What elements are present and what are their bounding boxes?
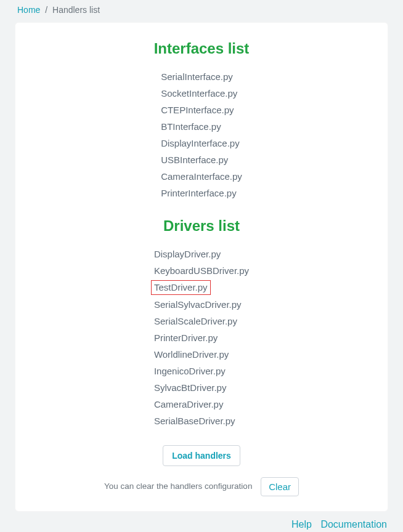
driver-file: SerialScaleDriver.py bbox=[154, 313, 249, 329]
breadcrumb-separator: / bbox=[45, 5, 47, 15]
interfaces-heading: Interfaces list bbox=[28, 40, 375, 57]
driver-file-highlighted: TestDriver.py bbox=[151, 280, 211, 295]
load-handlers-button[interactable]: Load handlers bbox=[163, 445, 240, 466]
driver-file: SerialBaseDriver.py bbox=[154, 413, 249, 429]
actions-row: Load handlers bbox=[28, 445, 375, 466]
interfaces-list: SerialInterface.pySocketInterface.pyCTEP… bbox=[161, 68, 242, 201]
driver-file: SylvacBtDriver.py bbox=[154, 379, 249, 396]
footer-links: Help Documentation bbox=[0, 512, 403, 530]
breadcrumb-home-link[interactable]: Home bbox=[17, 5, 40, 15]
interface-file: CTEPInterface.py bbox=[161, 102, 242, 118]
clear-row: You can clear the handlers configuration… bbox=[28, 477, 375, 496]
interface-file: USBInterface.py bbox=[161, 151, 242, 168]
drivers-heading: Drivers list bbox=[28, 217, 375, 235]
driver-file: SerialSylvacDriver.py bbox=[154, 296, 249, 313]
interface-file: CameraInterface.py bbox=[161, 168, 242, 185]
interface-file: SocketInterface.py bbox=[161, 85, 242, 102]
breadcrumb: Home / Handlers list bbox=[0, 0, 403, 22]
interface-file: PrinterInterface.py bbox=[161, 185, 242, 201]
interface-file: BTInterface.py bbox=[161, 118, 242, 135]
clear-prefix-text: You can clear the handlers configuration bbox=[104, 482, 252, 491]
drivers-list: DisplayDriver.pyKeyboardUSBDriver.pyTest… bbox=[154, 246, 249, 429]
driver-file: DisplayDriver.py bbox=[154, 246, 249, 262]
main-card: Interfaces list SerialInterface.pySocket… bbox=[15, 22, 388, 512]
driver-file: CameraDriver.py bbox=[154, 396, 249, 413]
breadcrumb-current: Handlers list bbox=[52, 5, 100, 15]
interface-file: SerialInterface.py bbox=[161, 68, 242, 85]
documentation-link[interactable]: Documentation bbox=[320, 519, 387, 530]
driver-file: PrinterDriver.py bbox=[154, 329, 249, 346]
driver-file: WorldlineDriver.py bbox=[154, 346, 249, 363]
interface-file: DisplayInterface.py bbox=[161, 135, 242, 151]
clear-button[interactable]: Clear bbox=[261, 477, 299, 496]
driver-file: IngenicoDriver.py bbox=[154, 363, 249, 379]
help-link[interactable]: Help bbox=[291, 519, 312, 530]
driver-file: KeyboardUSBDriver.py bbox=[154, 262, 249, 279]
